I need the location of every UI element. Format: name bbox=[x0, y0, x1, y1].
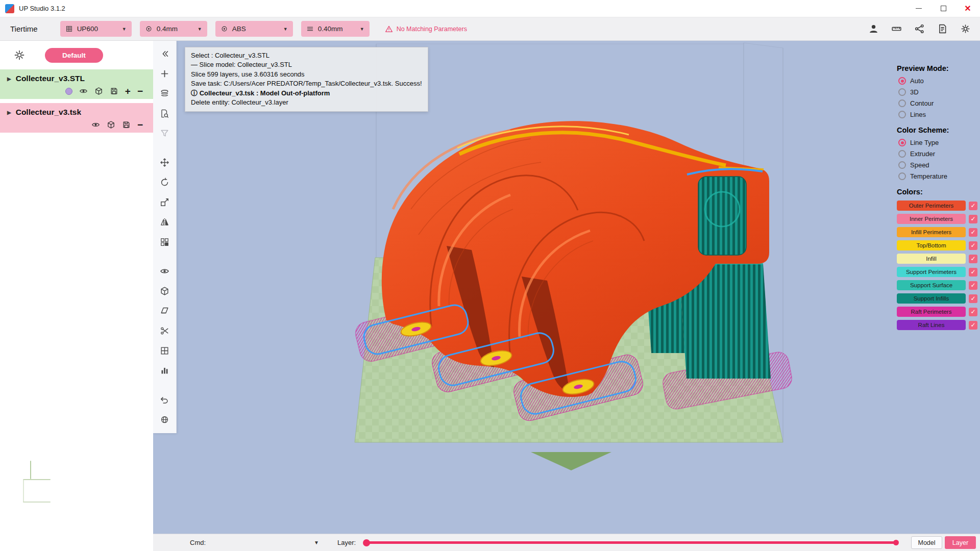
user-icon[interactable] bbox=[868, 23, 879, 34]
layers-button[interactable] bbox=[158, 87, 172, 100]
checkbox-checked-icon[interactable]: ✓ bbox=[969, 215, 977, 223]
radio-icon[interactable] bbox=[898, 99, 906, 107]
eye-icon bbox=[160, 266, 169, 276]
color-chip[interactable]: Infill bbox=[897, 254, 966, 264]
printer-dropdown[interactable]: UP600 ▼ bbox=[60, 21, 132, 37]
radio-icon[interactable] bbox=[898, 161, 906, 169]
checkbox-checked-icon[interactable]: ✓ bbox=[969, 228, 977, 237]
color-chip[interactable]: Inner Perimeters bbox=[897, 214, 966, 224]
chevrons-left-icon bbox=[160, 49, 169, 59]
undo-button[interactable] bbox=[158, 393, 172, 406]
layer-view-button[interactable]: Layer bbox=[945, 536, 976, 549]
model-cube-icon[interactable] bbox=[107, 120, 115, 129]
slider-handle-start[interactable] bbox=[363, 539, 370, 546]
close-button[interactable]: ✕ bbox=[955, 0, 980, 17]
layer-height-dropdown[interactable]: 0.40mm ▼ bbox=[301, 21, 370, 37]
visibility-button[interactable] bbox=[158, 264, 172, 278]
maximize-icon bbox=[941, 6, 946, 11]
color-row-support-infills: Support Infills ✓ bbox=[897, 293, 977, 304]
model-item-stl[interactable]: ▶ Collecteur_v3.STL + − bbox=[0, 69, 153, 99]
color-scheme-temperature[interactable]: Temperature bbox=[898, 172, 977, 180]
model-view-button[interactable]: Model bbox=[911, 536, 942, 549]
checkbox-checked-icon[interactable]: ✓ bbox=[969, 268, 977, 277]
checkbox-checked-icon[interactable]: ✓ bbox=[969, 241, 977, 250]
color-chip[interactable]: Top/Bottom bbox=[897, 240, 966, 251]
color-scheme-line-type[interactable]: Line Type bbox=[898, 139, 977, 146]
color-chip[interactable]: Support Infills bbox=[897, 293, 966, 304]
color-scheme-speed[interactable]: Speed bbox=[898, 161, 977, 169]
model-color-dot[interactable] bbox=[65, 88, 72, 95]
radio-icon[interactable] bbox=[898, 111, 906, 118]
merge-button[interactable] bbox=[158, 344, 172, 357]
color-chip[interactable]: Support Surface bbox=[897, 280, 966, 290]
radio-icon[interactable] bbox=[898, 77, 906, 85]
checkbox-checked-icon[interactable]: ✓ bbox=[969, 255, 977, 263]
cmd-dropdown[interactable]: ▼ bbox=[314, 540, 319, 545]
preview-mode-auto[interactable]: Auto bbox=[898, 77, 977, 85]
radio-icon[interactable] bbox=[898, 150, 906, 158]
scale-tool-button[interactable] bbox=[158, 195, 172, 209]
remove-icon[interactable]: − bbox=[137, 88, 143, 95]
remove-icon[interactable]: − bbox=[137, 121, 143, 129]
visibility-eye-icon[interactable] bbox=[91, 120, 100, 129]
preview-mode-3d[interactable]: 3D bbox=[898, 88, 977, 96]
color-row-infill: Infill ✓ bbox=[897, 254, 977, 264]
statistics-button[interactable] bbox=[158, 364, 172, 377]
reset-view-button[interactable] bbox=[158, 413, 172, 426]
preview-mode-contour[interactable]: Contour bbox=[898, 99, 977, 107]
mirror-tool-button[interactable] bbox=[158, 215, 172, 229]
radio-icon[interactable] bbox=[898, 139, 906, 146]
add-model-button[interactable] bbox=[158, 67, 172, 80]
color-scheme-extruder[interactable]: Extruder bbox=[898, 150, 977, 158]
array-copy-button[interactable] bbox=[158, 235, 172, 248]
color-row-outer-perimeters: Outer Perimeters ✓ bbox=[897, 201, 977, 211]
layer-range-slider[interactable] bbox=[364, 541, 898, 544]
collapse-panel-button[interactable] bbox=[158, 47, 172, 60]
color-chip[interactable]: Infill Perimeters bbox=[897, 227, 966, 237]
log-line: — Slice model: Collecteur_v3.STL bbox=[191, 60, 422, 69]
solid-view-button[interactable] bbox=[158, 284, 172, 297]
calibration-icon[interactable] bbox=[891, 23, 902, 34]
viewport-3d[interactable]: Select : Collecteur_v3.STL — Slice model… bbox=[153, 41, 980, 534]
color-chip[interactable]: Raft Perimeters bbox=[897, 307, 966, 317]
checkbox-checked-icon[interactable]: ✓ bbox=[969, 321, 977, 330]
move-tool-button[interactable] bbox=[158, 156, 172, 169]
color-row-support-surface: Support Surface ✓ bbox=[897, 280, 977, 290]
color-chip[interactable]: Support Perimeters bbox=[897, 267, 966, 277]
nozzle-dropdown[interactable]: 0.4mm ▼ bbox=[140, 21, 207, 37]
slider-handle-end[interactable] bbox=[893, 540, 899, 545]
checkbox-checked-icon[interactable]: ✓ bbox=[969, 294, 977, 303]
radio-icon[interactable] bbox=[898, 88, 906, 96]
share-icon[interactable] bbox=[914, 23, 925, 34]
maximize-button[interactable] bbox=[931, 0, 955, 17]
minimize-button[interactable] bbox=[906, 0, 931, 17]
radio-icon[interactable] bbox=[898, 172, 906, 180]
window-title: UP Studio 3.1.2 bbox=[19, 5, 65, 12]
visibility-eye-icon[interactable] bbox=[79, 87, 88, 95]
color-chip[interactable]: Raft Lines bbox=[897, 320, 966, 330]
color-chip[interactable]: Outer Perimeters bbox=[897, 201, 966, 211]
checkbox-checked-icon[interactable]: ✓ bbox=[969, 308, 977, 316]
rotate-tool-button[interactable] bbox=[158, 176, 172, 189]
model-item-tsk[interactable]: ▶ Collecteur_v3.tsk − bbox=[0, 103, 153, 133]
log-document-icon[interactable] bbox=[937, 23, 948, 34]
expand-arrow-icon[interactable]: ▶ bbox=[7, 76, 11, 82]
split-model-button[interactable] bbox=[158, 324, 172, 337]
preset-default-button[interactable]: Default bbox=[45, 48, 103, 63]
material-dropdown[interactable]: ABS ▼ bbox=[215, 21, 293, 37]
add-icon[interactable]: + bbox=[125, 88, 131, 95]
preset-gear-icon[interactable] bbox=[13, 49, 26, 61]
log-line: Save task: C:/Users/Acer PREDATOR/Temp_T… bbox=[191, 79, 422, 88]
settings-gear-icon[interactable] bbox=[960, 23, 971, 34]
array-icon bbox=[160, 237, 169, 247]
checkbox-checked-icon[interactable]: ✓ bbox=[969, 281, 977, 290]
save-icon[interactable] bbox=[110, 87, 118, 95]
expand-arrow-icon[interactable]: ▶ bbox=[7, 110, 11, 115]
save-icon[interactable] bbox=[122, 120, 131, 129]
chevron-down-icon: ▼ bbox=[283, 27, 288, 32]
model-cube-icon[interactable] bbox=[94, 87, 103, 95]
surface-view-button[interactable] bbox=[158, 304, 172, 317]
slice-preview-button[interactable] bbox=[158, 107, 172, 120]
checkbox-checked-icon[interactable]: ✓ bbox=[969, 202, 977, 210]
preview-mode-lines[interactable]: Lines bbox=[898, 111, 977, 118]
